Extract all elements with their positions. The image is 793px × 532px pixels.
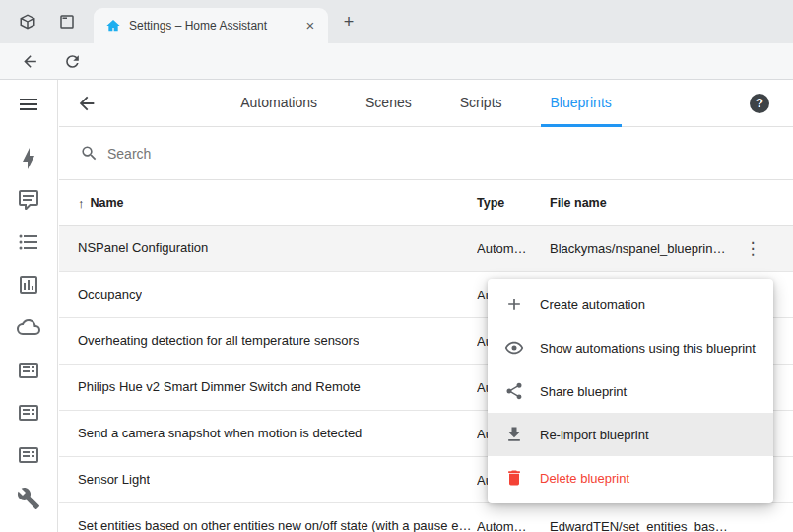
ha-sidebar — [0, 80, 58, 532]
row-type: Autom… — [477, 226, 546, 271]
wrench-icon — [17, 487, 40, 510]
lightning-bolt-icon — [17, 147, 40, 170]
column-header-file[interactable]: File name — [550, 180, 607, 226]
menu-item-delete-blueprint[interactable]: Delete blueprint — [488, 456, 773, 499]
eye-icon — [504, 338, 524, 358]
tab-title: Settings – Home Assistant — [129, 19, 294, 33]
tab-blueprints[interactable]: Blueprints — [541, 80, 622, 127]
server-icon — [17, 401, 40, 425]
browser-toolbar: Not secure homeassistant.local:8123/... … — [0, 43, 793, 80]
search-icon — [80, 144, 99, 163]
row-name: Philips Hue v2 Smart Dimmer Switch and R… — [78, 365, 361, 410]
row-name: Send a camera snapshot when motion is de… — [78, 411, 362, 456]
sidebar-item-energy[interactable] — [17, 147, 40, 170]
browser-titlebar: Settings – Home Assistant × + — [0, 0, 793, 43]
search-input[interactable] — [107, 146, 403, 162]
table-header: ↑ Name Type File name — [59, 180, 793, 226]
ha-tab-bar: Automations Scenes Scripts Blueprints — [59, 80, 793, 127]
trash-icon — [504, 468, 524, 488]
tab-scripts[interactable]: Scripts — [450, 80, 512, 127]
tab-scenes[interactable]: Scenes — [356, 80, 422, 127]
ha-header: Automations Scenes Scripts Blueprints ? — [59, 80, 793, 127]
message-icon — [17, 188, 40, 212]
sidebar-item-server-1[interactable] — [17, 359, 40, 382]
sort-ascending-icon: ↑ — [78, 196, 85, 211]
column-header-type[interactable]: Type — [477, 180, 504, 226]
plus-icon — [504, 295, 524, 314]
sidebar-item-server-3[interactable] — [17, 443, 40, 467]
tab-close-icon[interactable]: × — [301, 17, 319, 34]
server-icon — [17, 359, 40, 382]
help-icon[interactable]: ? — [750, 94, 769, 113]
tab-automations[interactable]: Automations — [231, 80, 327, 127]
sidebar-item-history[interactable] — [17, 273, 40, 297]
search-row — [59, 127, 793, 180]
cloud-icon — [17, 315, 40, 339]
menu-item-show-automations[interactable]: Show automations using this blueprint — [488, 326, 773, 369]
row-name: Set entities based on other entities new… — [78, 503, 474, 532]
row-name: Occupancy — [78, 272, 142, 317]
chart-box-icon — [17, 273, 40, 297]
screen: Settings – Home Assistant × + Not secure… — [0, 0, 793, 532]
sidebar-item-developer-tools[interactable] — [17, 487, 40, 510]
sidebar-menu-icon[interactable] — [17, 93, 40, 116]
menu-item-reimport-blueprint[interactable]: Re-import blueprint — [488, 413, 773, 456]
row-name: Sensor Light — [78, 457, 150, 502]
share-icon — [504, 381, 524, 401]
tab-actions-icon[interactable] — [58, 13, 76, 31]
row-overflow-menu-icon[interactable]: ⋮ — [743, 226, 762, 271]
window-maximize-button[interactable] — [753, 0, 782, 43]
refresh-icon[interactable] — [63, 52, 82, 71]
list-icon — [17, 231, 40, 254]
menu-item-create-automation[interactable]: Create automation — [488, 283, 773, 326]
menu-item-share-blueprint[interactable]: Share blueprint — [488, 369, 773, 413]
server-icon — [17, 443, 40, 467]
download-icon — [504, 425, 524, 444]
row-file: Blackymas/nspanel_blueprin… — [550, 226, 732, 271]
home-assistant-favicon — [105, 18, 121, 33]
row-name: NSPanel Configuration — [78, 226, 208, 271]
sidebar-item-cloud[interactable] — [17, 315, 40, 339]
sidebar-item-logbook[interactable] — [17, 188, 40, 212]
back-icon[interactable] — [21, 52, 39, 71]
blueprint-context-menu: Create automation Show automations using… — [488, 279, 773, 503]
sidebar-item-server-2[interactable] — [17, 401, 40, 425]
new-tab-button[interactable]: + — [338, 12, 360, 33]
table-row[interactable]: NSPanel Configuration Autom… Blackymas/n… — [59, 226, 793, 272]
workspaces-icon[interactable] — [19, 13, 36, 31]
sidebar-item-todo[interactable] — [17, 231, 40, 254]
window-minimize-button[interactable] — [709, 0, 739, 43]
row-file: EdwardTEN/set_entities_bas… — [550, 503, 732, 532]
row-type: Autom… — [477, 503, 546, 532]
table-row[interactable]: Set entities based on other entities new… — [59, 503, 793, 532]
browser-tab[interactable]: Settings – Home Assistant × — [94, 8, 328, 43]
row-name: Overheating detection for all temperatur… — [78, 318, 359, 364]
column-header-name[interactable]: ↑ Name — [78, 180, 124, 226]
